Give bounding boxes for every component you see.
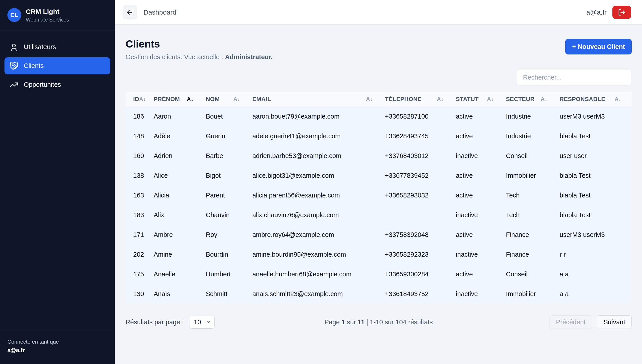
column-label: NOM xyxy=(206,96,220,103)
cell-telephone: +33677839452 xyxy=(383,166,454,185)
subtitle-text: Gestion des clients. Vue actuelle : xyxy=(126,53,225,60)
cell-prenom: Adrien xyxy=(152,146,204,166)
clients-table: IDA↓PRÉNOMA↓NOMA↓EMAILA↓TÉLEPHONEA↓STATU… xyxy=(126,92,632,304)
cell-telephone: +33618493752 xyxy=(383,284,454,304)
connected-as-label: Connecté en tant que xyxy=(8,338,107,346)
cell-statut: active xyxy=(454,106,504,126)
cell-secteur: Finance xyxy=(504,244,558,264)
cell-responsable: a a xyxy=(558,264,632,284)
chevron-down-icon xyxy=(206,320,211,325)
sidebar-item-clients[interactable]: Clients xyxy=(4,58,110,74)
cell-prenom: Alix xyxy=(152,205,204,225)
cell-email: alix.chauvin76@example.com xyxy=(250,205,383,225)
cell-secteur: Tech xyxy=(504,185,558,205)
sort-icon: A↓ xyxy=(233,96,240,102)
cell-id: 163 xyxy=(126,185,152,205)
next-page-button[interactable]: Suivant xyxy=(597,315,632,329)
cell-telephone: +33658293032 xyxy=(383,185,454,205)
sidebar-item-opportunites[interactable]: Opportunités xyxy=(4,76,110,93)
table-row[interactable]: 183AlixChauvinalix.chauvin76@example.com… xyxy=(126,205,632,225)
breadcrumb: Dashboard xyxy=(144,8,176,16)
cell-id: 186 xyxy=(126,106,152,126)
column-header-responsable[interactable]: RESPONSABLEA↓ xyxy=(558,92,632,106)
cell-telephone: +33758392048 xyxy=(383,225,454,244)
cell-id: 202 xyxy=(126,244,152,264)
table-row[interactable]: 175AnaelleHumbertanaelle.humbert68@examp… xyxy=(126,264,632,284)
cell-id: 148 xyxy=(126,126,152,146)
table-row[interactable]: 171AmbreRoyambre.roy64@example.com+33758… xyxy=(126,225,632,244)
cell-id: 175 xyxy=(126,264,152,284)
cell-responsable: r r xyxy=(558,244,632,264)
topbar-user-email: a@a.fr xyxy=(586,8,606,16)
cell-nom: Guerin xyxy=(204,126,250,146)
cell-secteur: Industrie xyxy=(504,106,558,126)
column-label: STATUT xyxy=(456,96,478,103)
new-client-button[interactable]: + Nouveau Client xyxy=(565,39,632,54)
logout-button[interactable] xyxy=(612,6,631,19)
sidebar: CL CRM Light Webmate Services Utilisateu… xyxy=(0,0,115,364)
table-row[interactable]: 163AliciaParentalicia.parent56@example.c… xyxy=(126,185,632,205)
cell-prenom: Anaelle xyxy=(152,264,204,284)
table-row[interactable]: 160AdrienBarbeadrien.barbe53@example.com… xyxy=(126,146,632,166)
per-page-select[interactable]: 10 xyxy=(189,316,214,328)
app-logo: CL xyxy=(8,8,21,22)
column-header-prenom[interactable]: PRÉNOMA↓ xyxy=(152,92,204,106)
cell-prenom: Alicia xyxy=(152,185,204,205)
cell-id: 183 xyxy=(126,205,152,225)
table-row[interactable]: 148AdèleGuerinadele.guerin41@example.com… xyxy=(126,126,632,146)
cell-telephone: +33628493745 xyxy=(383,126,454,146)
table-row[interactable]: 130AnaïsSchmittanais.schmitt23@example.c… xyxy=(126,284,632,304)
cell-prenom: Alice xyxy=(152,166,204,185)
handshake-icon xyxy=(10,62,18,70)
cell-telephone: +33658292323 xyxy=(383,244,454,264)
previous-page-button[interactable]: Précédent xyxy=(550,315,592,329)
column-header-nom[interactable]: NOMA↓ xyxy=(204,92,250,106)
user-icon xyxy=(10,42,18,52)
cell-secteur: Finance xyxy=(504,225,558,244)
sort-icon: A↓ xyxy=(541,96,548,102)
cell-responsable: user user xyxy=(558,146,632,166)
column-header-secteur[interactable]: SECTEURA↓ xyxy=(504,92,558,106)
app-subtitle: Webmate Services xyxy=(26,17,69,23)
sidebar-item-label: Clients xyxy=(24,62,44,70)
sort-icon: A↓ xyxy=(187,96,194,102)
cell-statut: active xyxy=(454,126,504,146)
sort-icon: A↓ xyxy=(366,96,373,102)
cell-email: adrien.barbe53@example.com xyxy=(250,146,383,166)
cell-statut: active xyxy=(454,185,504,205)
cell-nom: Bouet xyxy=(204,106,250,126)
sidebar-item-utilisateurs[interactable]: Utilisateurs xyxy=(4,38,110,56)
cell-secteur: Tech xyxy=(504,205,558,225)
table-row[interactable]: 138AliceBigotalice.bigot31@example.com+3… xyxy=(126,166,632,185)
cell-nom: Chauvin xyxy=(204,205,250,225)
cell-telephone: +33768403012 xyxy=(383,146,454,166)
cell-prenom: Adèle xyxy=(152,126,204,146)
cell-secteur: Industrie xyxy=(504,126,558,146)
sort-icon: A↓ xyxy=(487,96,494,102)
table-row[interactable]: 186AaronBouetaaron.bouet79@example.com+3… xyxy=(126,106,632,126)
cell-prenom: Anaïs xyxy=(152,284,204,304)
per-page-label: Résultats par page : xyxy=(126,318,184,326)
cell-prenom: Amine xyxy=(152,244,204,264)
column-header-email[interactable]: EMAILA↓ xyxy=(250,92,383,106)
table-row[interactable]: 202AmineBourdinamine.bourdin95@example.c… xyxy=(126,244,632,264)
main-content: Clients Gestion des clients. Vue actuell… xyxy=(115,25,642,364)
sort-icon: A↓ xyxy=(139,96,146,102)
table-header-row: IDA↓PRÉNOMA↓NOMA↓EMAILA↓TÉLEPHONEA↓STATU… xyxy=(126,92,632,106)
column-header-id[interactable]: IDA↓ xyxy=(126,92,152,106)
sidebar-item-label: Opportunités xyxy=(24,81,61,88)
cell-id: 130 xyxy=(126,284,152,304)
cell-prenom: Ambre xyxy=(152,225,204,244)
app-name: CRM Light xyxy=(26,8,69,16)
search-input[interactable] xyxy=(517,69,632,86)
trending-up-icon xyxy=(10,80,18,89)
column-header-statut[interactable]: STATUTA↓ xyxy=(454,92,504,106)
cell-responsable: userM3 userM3 xyxy=(558,106,632,126)
back-button[interactable] xyxy=(123,5,137,20)
column-header-telephone[interactable]: TÉLEPHONEA↓ xyxy=(383,92,454,106)
page-title: Clients xyxy=(126,38,273,50)
cell-responsable: userM3 userM3 xyxy=(558,225,632,244)
cell-statut: inactive xyxy=(454,284,504,304)
column-label: PRÉNOM xyxy=(154,96,180,103)
cell-id: 160 xyxy=(126,146,152,166)
